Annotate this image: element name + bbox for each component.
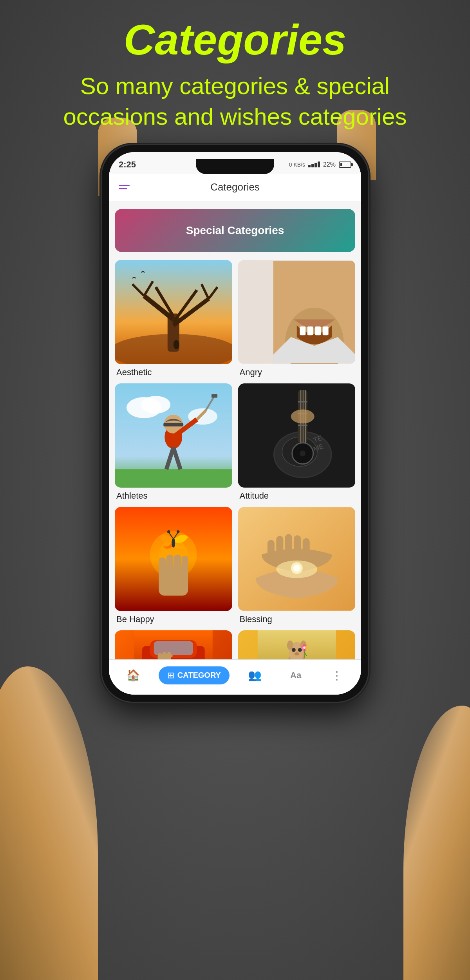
- svg-rect-75: [154, 641, 193, 655]
- svg-point-85: [287, 641, 293, 650]
- category-item-aesthetic[interactable]: Aesthetic: [115, 260, 232, 377]
- page-title: Categories: [0, 16, 470, 63]
- category-item-behappy[interactable]: Be Happy: [115, 507, 232, 624]
- fonts-icon: Aa: [290, 670, 301, 681]
- svg-point-49: [291, 409, 314, 423]
- status-right: 0 KB/s 22%: [289, 161, 351, 168]
- nav-item-groups[interactable]: 👥: [239, 669, 271, 682]
- more-icon: ⋮: [331, 670, 343, 681]
- svg-rect-67: [294, 535, 301, 556]
- bottom-nav: 🏠 ⊞ CATEGORY 👥 Aa ⋮: [109, 659, 361, 695]
- category-img-behappy: [115, 507, 232, 611]
- svg-rect-68: [302, 538, 309, 556]
- category-item-angry[interactable]: Angry: [238, 260, 356, 377]
- svg-rect-77: [163, 652, 166, 659]
- nav-item-category[interactable]: ⊞ CATEGORY: [159, 666, 230, 684]
- app-title: Categories: [210, 181, 260, 193]
- svg-rect-66: [285, 534, 292, 556]
- category-icon: ⊞: [167, 670, 174, 681]
- svg-rect-76: [158, 653, 162, 659]
- header-section: Categories So many categories & special …: [0, 16, 470, 132]
- signal-bar-1: [308, 165, 311, 167]
- svg-point-46: [300, 450, 306, 456]
- svg-point-58: [172, 538, 175, 548]
- category-img-aesthetic: [115, 260, 232, 364]
- svg-rect-18: [322, 327, 328, 335]
- svg-point-11: [174, 340, 179, 349]
- category-label-attitude: Attitude: [238, 491, 356, 501]
- category-label-aesthetic: Aesthetic: [115, 367, 232, 377]
- svg-point-61: [167, 530, 170, 533]
- category-img-partial1: [115, 630, 232, 659]
- svg-rect-17: [315, 327, 321, 335]
- phone-wrapper: 2:25 0 KB/s 22%: [102, 145, 368, 702]
- svg-point-91: [303, 646, 305, 649]
- notch: [196, 159, 274, 174]
- app-content[interactable]: Special Categories: [109, 201, 361, 659]
- special-banner-text: Special Categories: [186, 224, 284, 237]
- nav-item-more[interactable]: ⋮: [321, 670, 352, 681]
- category-label-angry: Angry: [238, 367, 356, 377]
- phone-screen: 2:25 0 KB/s 22%: [109, 152, 361, 695]
- svg-point-21: [141, 396, 170, 414]
- svg-rect-64: [267, 540, 274, 557]
- category-item-partial1[interactable]: [115, 630, 232, 659]
- svg-rect-65: [276, 536, 283, 556]
- svg-rect-56: [174, 555, 181, 571]
- nav-item-fonts[interactable]: Aa: [280, 670, 311, 681]
- menu-line-2: [119, 188, 127, 189]
- category-img-angry: [238, 260, 356, 364]
- category-img-partial2: [238, 630, 356, 659]
- category-label-behappy: Be Happy: [115, 614, 232, 624]
- battery-fill: [340, 163, 342, 166]
- category-item-athletes[interactable]: Athletes: [115, 383, 232, 501]
- svg-rect-16: [307, 327, 313, 335]
- category-item-blessing[interactable]: Blessing: [238, 507, 356, 624]
- battery-percent: 22%: [323, 161, 336, 168]
- svg-point-84: [294, 652, 299, 655]
- category-grid: Aesthetic: [115, 260, 355, 659]
- page-subtitle: So many categories & special occasions a…: [0, 71, 470, 132]
- svg-rect-78: [167, 652, 171, 659]
- signal-bars: [308, 162, 320, 167]
- status-time: 2:25: [119, 160, 136, 170]
- svg-rect-30: [212, 394, 217, 398]
- svg-point-71: [293, 564, 300, 572]
- phone-frame: 2:25 0 KB/s 22%: [102, 145, 368, 702]
- groups-icon: 👥: [248, 669, 262, 682]
- category-label-athletes: Athletes: [115, 491, 232, 501]
- signal-bar-4: [318, 162, 320, 167]
- app-header: Categories: [109, 174, 361, 201]
- category-img-attitude: TE ME: [238, 383, 356, 488]
- category-item-partial2[interactable]: [238, 630, 356, 659]
- home-icon: 🏠: [127, 669, 140, 682]
- svg-rect-26: [163, 423, 183, 426]
- category-item-attitude[interactable]: TE ME Attitude: [238, 383, 356, 501]
- special-categories-banner[interactable]: Special Categories: [115, 209, 355, 252]
- svg-rect-23: [115, 469, 232, 487]
- svg-rect-54: [159, 557, 166, 572]
- svg-rect-55: [166, 555, 174, 571]
- signal-bar-2: [311, 164, 314, 167]
- menu-icon[interactable]: [119, 185, 130, 189]
- category-img-blessing: [238, 507, 356, 611]
- network-speed: 0 KB/s: [289, 162, 305, 168]
- battery-icon: [339, 162, 351, 168]
- category-img-athletes: [115, 383, 232, 488]
- svg-point-62: [177, 530, 179, 533]
- category-label-blessing: Blessing: [238, 614, 356, 624]
- menu-line-1: [119, 185, 130, 186]
- signal-bar-3: [315, 163, 317, 167]
- nav-item-home[interactable]: 🏠: [118, 669, 149, 682]
- svg-rect-57: [182, 556, 188, 571]
- svg-rect-15: [300, 327, 306, 335]
- nav-category-label: CATEGORY: [177, 671, 221, 680]
